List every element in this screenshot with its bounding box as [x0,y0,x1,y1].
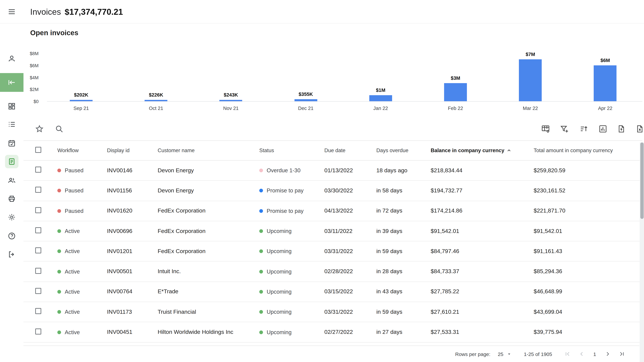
workflow-cell: Active [57,309,107,315]
bar-value-label: $6M [582,58,629,63]
chart-bar[interactable] [70,100,92,101]
display-id-cell: INV00501 [107,268,158,275]
page-title-text: Invoices [30,7,61,16]
due-date-cell: 02/27/2022 [324,329,376,336]
sidebar-item-invoices-active[interactable] [5,155,18,168]
column-header-balance[interactable]: Balance in company currency [431,147,534,153]
table-row[interactable]: Paused INV01620 FedEx Corporation Promis… [24,201,642,221]
last-page-icon[interactable] [616,349,627,359]
chart-bar[interactable] [294,99,317,101]
current-page-number[interactable]: 1 [590,351,599,357]
previous-page-icon[interactable] [576,349,587,359]
column-header-workflow[interactable]: Workflow [57,147,107,153]
table-row[interactable]: Active INV00696 FedEx Corporation Upcomi… [24,221,642,242]
row-checkbox[interactable] [35,248,41,254]
column-settings-icon[interactable] [541,124,550,133]
rows-per-page-select[interactable]: 25 [498,351,512,357]
row-checkbox[interactable] [35,227,41,233]
printer-icon[interactable] [8,195,16,203]
help-icon[interactable] [8,232,16,240]
row-checkbox-cell [35,227,57,235]
customer-name-cell: FedEx Corporation [158,248,259,255]
column-header-display-id[interactable]: Display id [107,147,158,153]
select-all-cell [35,147,57,154]
customer-name-cell: FedEx Corporation [158,228,259,234]
chart-bar[interactable] [144,100,167,101]
column-header-days-overdue[interactable]: Days overdue [376,147,431,153]
workflow-cell: Active [57,248,107,255]
workflow-label: Active [65,268,80,275]
select-all-checkbox[interactable] [35,147,41,153]
table-row[interactable]: Active INV01173 Truist Financial Upcomin… [24,302,642,322]
chart-bar[interactable] [594,65,617,101]
row-checkbox[interactable] [35,288,41,294]
row-checkbox-cell [35,207,57,215]
workflow-status-dot [57,270,61,273]
chart-bar[interactable] [519,59,542,101]
status-cell: Upcoming [259,309,324,315]
balance-cell: $218,834.44 [431,167,534,174]
row-checkbox[interactable] [35,207,41,213]
menu-icon[interactable] [8,8,16,16]
workflow-cell: Paused [57,208,107,214]
x-axis-label: Sep 21 [58,106,105,111]
workflow-status-dot [57,229,61,233]
row-checkbox[interactable] [35,268,41,274]
status-dot [259,290,263,294]
workflow-label: Active [65,248,80,255]
x-axis-label: Jan 22 [357,106,404,111]
sidebar-item-receivables-active[interactable] [0,73,24,92]
chart-view-icon[interactable] [598,124,608,133]
row-checkbox[interactable] [35,308,41,314]
tasks-calendar-icon[interactable] [8,139,16,147]
table-footer: Rows per page: 25 1-25 of 1905 1 [24,346,639,362]
file-export-icon[interactable] [635,124,644,133]
x-axis-label: Oct 21 [132,106,180,111]
table-row[interactable]: Active INV00501 Intuit Inc. Upcoming 02/… [24,262,642,282]
filter-add-icon[interactable] [560,124,569,133]
sort-ascending-caret-icon [506,148,511,153]
balance-cell: $27,785.22 [431,289,534,295]
display-id-cell: INV00146 [107,167,158,174]
table-row[interactable]: Active INV00764 E*Trade Upcoming 03/15/2… [24,282,642,302]
table-row[interactable]: Active INV01201 FedEx Corporation Upcomi… [24,241,642,262]
days-overdue-cell: in 58 days [376,187,431,194]
row-checkbox-cell [35,308,57,316]
vertical-scrollbar[interactable] [640,142,644,362]
status-label: Upcoming [267,289,292,295]
table-row[interactable]: Active INV00451 Hilton Worldwide Holding… [24,322,642,343]
row-checkbox[interactable] [35,167,41,173]
column-header-total-amount[interactable]: Total amount in company currency [534,147,642,153]
logout-icon[interactable] [8,250,16,258]
next-page-icon[interactable] [602,349,613,359]
dashboard-icon[interactable] [8,102,16,110]
row-checkbox[interactable] [35,187,41,193]
sort-icon[interactable] [579,124,588,133]
file-upload-icon[interactable] [617,124,626,133]
first-page-icon[interactable] [562,349,573,359]
x-axis-label: Mar 22 [507,106,554,111]
table-row[interactable]: Paused INV01156 Devon Energy Promise to … [24,181,642,201]
row-checkbox[interactable] [35,328,41,334]
balance-cell: $27,610.21 [431,309,534,315]
worklist-icon[interactable] [8,120,16,128]
status-dot [259,250,263,253]
column-header-balance-label: Balance in company currency [431,147,504,153]
column-header-due-date[interactable]: Due date [324,147,376,153]
column-header-status[interactable]: Status [259,147,324,153]
settings-gear-icon[interactable] [8,213,16,221]
top-bar: Invoices $17,374,770.21 [0,0,644,23]
search-icon[interactable] [55,124,64,133]
table-toolbar [24,122,642,136]
table-row[interactable]: Paused INV00146 Devon Energy Overdue 1-3… [24,161,642,181]
favorite-star-icon[interactable] [35,124,44,133]
customers-icon[interactable] [8,176,16,184]
scrollbar-thumb[interactable] [640,142,644,219]
user-icon[interactable] [8,55,16,63]
chart-bar[interactable] [444,83,467,101]
x-axis-label: Apr 22 [582,106,629,111]
status-cell: Upcoming [259,289,324,295]
chart-bar[interactable] [369,95,392,101]
column-header-customer-name[interactable]: Customer name [158,147,259,153]
chart-bar[interactable] [220,100,242,101]
